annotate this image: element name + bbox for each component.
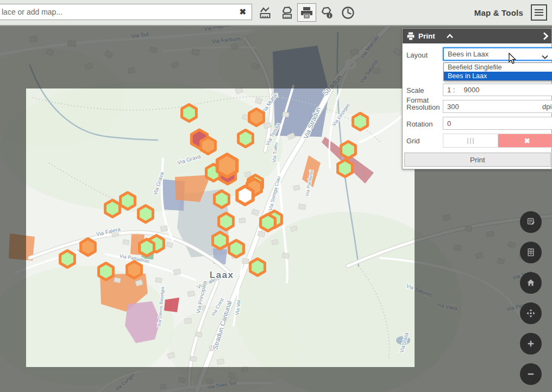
print-tool-button[interactable] xyxy=(297,3,316,22)
print-extent-frame[interactable] xyxy=(26,88,415,367)
panel-expand-right-button[interactable] xyxy=(543,32,548,40)
layout-dropdown-list: Beefield Singlefile Bees in Laax xyxy=(443,62,552,81)
zoom-out-button[interactable] xyxy=(520,363,542,385)
hamburger-icon xyxy=(535,9,543,10)
minus-icon xyxy=(524,368,537,381)
menu-button[interactable] xyxy=(531,4,547,21)
scale-label: Scale xyxy=(406,86,442,94)
identify-tool-button[interactable]: i xyxy=(318,3,337,22)
home-icon xyxy=(524,276,537,289)
layout-option-1[interactable]: Beefield Singlefile xyxy=(444,63,552,72)
grid-label: Grid xyxy=(406,137,442,145)
layout-label: Layout xyxy=(406,51,442,59)
printer-icon xyxy=(406,32,415,40)
scale-input[interactable]: 1 : 9000 xyxy=(443,84,552,96)
print-panel-title: Print xyxy=(418,32,435,40)
locate-icon xyxy=(524,307,537,320)
layout-option-2[interactable]: Bees in Laax xyxy=(444,72,552,80)
print-button[interactable]: Print xyxy=(404,153,551,167)
resolution-unit: dpi xyxy=(542,103,551,111)
layout-select-value: Bees in Laax xyxy=(448,50,488,58)
identify-icon: i xyxy=(320,5,335,20)
chevron-down-icon xyxy=(542,53,548,61)
attribute-table-button[interactable] xyxy=(520,242,542,263)
rotation-field xyxy=(443,117,552,130)
draw-measure-icon xyxy=(279,5,294,20)
rotation-input[interactable] xyxy=(443,119,513,128)
grid-toggle-handle[interactable] xyxy=(443,134,498,147)
scale-value: 9000 xyxy=(463,86,479,94)
notes-button[interactable] xyxy=(520,211,542,233)
resolution-label: Resolution xyxy=(406,103,442,111)
time-tool-button[interactable] xyxy=(338,3,357,22)
svg-text:i: i xyxy=(329,12,330,18)
table-icon xyxy=(524,246,537,259)
resolution-field: dpi xyxy=(443,100,552,113)
home-button[interactable] xyxy=(520,272,542,294)
print-panel-header[interactable]: Print xyxy=(403,29,551,43)
zoom-in-button[interactable] xyxy=(520,333,542,355)
edit-notes-icon xyxy=(524,216,537,229)
locate-button[interactable] xyxy=(520,302,542,324)
clock-icon xyxy=(341,5,355,20)
grid-toggle[interactable]: ✖ xyxy=(443,134,552,148)
map-tools-label: Map & Tools xyxy=(474,8,523,17)
search-box: ✖ xyxy=(0,4,252,20)
resolution-input[interactable] xyxy=(443,102,513,111)
collapse-panel-button[interactable] xyxy=(446,34,454,39)
measure-icon xyxy=(259,5,273,20)
grid-toggle-off[interactable]: ✖ xyxy=(498,134,552,147)
scale-prefix: 1 : xyxy=(447,86,455,94)
print-icon xyxy=(299,5,314,20)
print-panel: Print Layout Bees in Laax Format Scale 1… xyxy=(402,28,552,169)
draw-measure-tool-button[interactable] xyxy=(277,3,296,22)
rotation-label: Rotation xyxy=(406,120,442,128)
layout-select[interactable]: Bees in Laax xyxy=(443,47,552,61)
topbar: ✖ i xyxy=(0,0,552,26)
search-input[interactable] xyxy=(0,4,241,20)
plus-icon xyxy=(524,337,537,350)
clear-search-icon[interactable]: ✖ xyxy=(239,7,246,17)
measure-tool-button[interactable] xyxy=(256,3,275,22)
